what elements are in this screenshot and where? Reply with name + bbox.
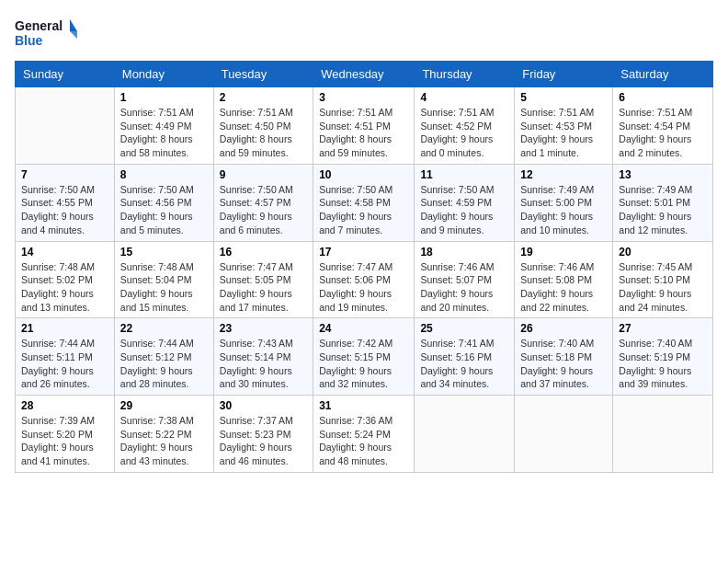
calendar-cell: 13Sunrise: 7:49 AMSunset: 5:01 PMDayligh… [613, 164, 713, 241]
day-number: 8 [120, 168, 208, 181]
day-number: 4 [420, 91, 508, 104]
weekday-header-tuesday: Tuesday [213, 62, 313, 87]
calendar-cell: 14Sunrise: 7:48 AMSunset: 5:02 PMDayligh… [16, 241, 115, 318]
cell-content: Sunrise: 7:40 AMSunset: 5:19 PMDaylight:… [619, 337, 707, 391]
calendar-cell: 3Sunrise: 7:51 AMSunset: 4:51 PMDaylight… [313, 87, 415, 165]
cell-content: Sunrise: 7:39 AMSunset: 5:20 PMDaylight:… [21, 414, 108, 468]
weekday-header-saturday: Saturday [613, 62, 713, 87]
svg-marker-2 [70, 19, 77, 31]
svg-text:General: General [15, 18, 63, 33]
cell-content: Sunrise: 7:51 AMSunset: 4:54 PMDaylight:… [619, 106, 707, 160]
logo-icon: General Blue [15, 15, 79, 52]
cell-content: Sunrise: 7:50 AMSunset: 4:56 PMDaylight:… [120, 183, 208, 237]
weekday-header-row: SundayMondayTuesdayWednesdayThursdayFrid… [16, 62, 713, 87]
weekday-header-friday: Friday [515, 62, 613, 87]
calendar-cell: 16Sunrise: 7:47 AMSunset: 5:05 PMDayligh… [213, 241, 313, 318]
calendar-cell: 22Sunrise: 7:44 AMSunset: 5:12 PMDayligh… [114, 318, 213, 396]
weekday-header-sunday: Sunday [16, 62, 115, 87]
calendar-cell: 4Sunrise: 7:51 AMSunset: 4:52 PMDaylight… [415, 87, 515, 165]
calendar-cell: 6Sunrise: 7:51 AMSunset: 4:54 PMDaylight… [613, 87, 713, 165]
cell-content: Sunrise: 7:50 AMSunset: 4:59 PMDaylight:… [420, 183, 508, 237]
day-number: 13 [619, 168, 707, 181]
day-number: 7 [21, 168, 108, 181]
cell-content: Sunrise: 7:51 AMSunset: 4:51 PMDaylight:… [319, 106, 408, 160]
cell-content: Sunrise: 7:43 AMSunset: 5:14 PMDaylight:… [220, 337, 307, 391]
cell-content: Sunrise: 7:51 AMSunset: 4:52 PMDaylight:… [420, 106, 508, 160]
cell-content: Sunrise: 7:37 AMSunset: 5:23 PMDaylight:… [220, 414, 307, 468]
calendar-cell [16, 87, 115, 165]
day-number: 12 [520, 168, 607, 181]
calendar-cell: 24Sunrise: 7:42 AMSunset: 5:15 PMDayligh… [313, 318, 415, 396]
day-number: 29 [120, 399, 208, 412]
calendar-cell: 25Sunrise: 7:41 AMSunset: 5:16 PMDayligh… [415, 318, 515, 396]
cell-content: Sunrise: 7:50 AMSunset: 4:58 PMDaylight:… [319, 183, 408, 237]
cell-content: Sunrise: 7:48 AMSunset: 5:04 PMDaylight:… [120, 260, 208, 315]
day-number: 22 [120, 322, 208, 335]
day-number: 23 [220, 322, 307, 335]
day-number: 3 [319, 91, 408, 104]
svg-text:Blue: Blue [15, 33, 43, 48]
svg-marker-3 [70, 31, 77, 39]
calendar-cell: 2Sunrise: 7:51 AMSunset: 4:50 PMDaylight… [213, 87, 313, 165]
week-row-1: 1Sunrise: 7:51 AMSunset: 4:49 PMDaylight… [16, 87, 713, 165]
day-number: 10 [319, 168, 408, 181]
cell-content: Sunrise: 7:36 AMSunset: 5:24 PMDaylight:… [319, 414, 408, 468]
calendar-cell: 12Sunrise: 7:49 AMSunset: 5:00 PMDayligh… [515, 164, 613, 241]
calendar-cell: 17Sunrise: 7:47 AMSunset: 5:06 PMDayligh… [313, 241, 415, 318]
calendar-cell: 26Sunrise: 7:40 AMSunset: 5:18 PMDayligh… [515, 318, 613, 396]
week-row-3: 14Sunrise: 7:48 AMSunset: 5:02 PMDayligh… [16, 241, 713, 318]
cell-content: Sunrise: 7:47 AMSunset: 5:06 PMDaylight:… [319, 260, 408, 315]
day-number: 1 [120, 91, 208, 104]
cell-content: Sunrise: 7:44 AMSunset: 5:11 PMDaylight:… [21, 337, 108, 391]
calendar-cell: 23Sunrise: 7:43 AMSunset: 5:14 PMDayligh… [213, 318, 313, 396]
cell-content: Sunrise: 7:46 AMSunset: 5:08 PMDaylight:… [520, 260, 607, 315]
cell-content: Sunrise: 7:51 AMSunset: 4:49 PMDaylight:… [120, 106, 208, 160]
cell-content: Sunrise: 7:41 AMSunset: 5:16 PMDaylight:… [420, 337, 508, 391]
calendar-cell: 15Sunrise: 7:48 AMSunset: 5:04 PMDayligh… [114, 241, 213, 318]
calendar-cell: 10Sunrise: 7:50 AMSunset: 4:58 PMDayligh… [313, 164, 415, 241]
calendar-cell: 21Sunrise: 7:44 AMSunset: 5:11 PMDayligh… [16, 318, 115, 396]
cell-content: Sunrise: 7:51 AMSunset: 4:50 PMDaylight:… [220, 106, 307, 160]
day-number: 5 [520, 91, 607, 104]
calendar-table: SundayMondayTuesdayWednesdayThursdayFrid… [15, 61, 713, 473]
calendar-cell: 28Sunrise: 7:39 AMSunset: 5:20 PMDayligh… [16, 396, 115, 473]
calendar-cell: 29Sunrise: 7:38 AMSunset: 5:22 PMDayligh… [114, 396, 213, 473]
day-number: 24 [319, 322, 408, 335]
day-number: 21 [21, 322, 108, 335]
calendar-cell: 11Sunrise: 7:50 AMSunset: 4:59 PMDayligh… [415, 164, 515, 241]
weekday-header-monday: Monday [114, 62, 213, 87]
cell-content: Sunrise: 7:40 AMSunset: 5:18 PMDaylight:… [520, 337, 607, 391]
calendar-cell: 8Sunrise: 7:50 AMSunset: 4:56 PMDaylight… [114, 164, 213, 241]
calendar-cell: 19Sunrise: 7:46 AMSunset: 5:08 PMDayligh… [515, 241, 613, 318]
calendar-cell [613, 396, 713, 473]
day-number: 17 [319, 246, 408, 259]
calendar-cell: 9Sunrise: 7:50 AMSunset: 4:57 PMDaylight… [213, 164, 313, 241]
day-number: 31 [319, 399, 408, 412]
calendar-cell [515, 396, 613, 473]
day-number: 15 [120, 246, 208, 259]
day-number: 30 [220, 399, 307, 412]
day-number: 9 [220, 168, 307, 181]
cell-content: Sunrise: 7:46 AMSunset: 5:07 PMDaylight:… [420, 260, 508, 315]
calendar-cell: 27Sunrise: 7:40 AMSunset: 5:19 PMDayligh… [613, 318, 713, 396]
weekday-header-wednesday: Wednesday [313, 62, 415, 87]
calendar-cell: 31Sunrise: 7:36 AMSunset: 5:24 PMDayligh… [313, 396, 415, 473]
calendar-cell [415, 396, 515, 473]
calendar-cell: 30Sunrise: 7:37 AMSunset: 5:23 PMDayligh… [213, 396, 313, 473]
day-number: 14 [21, 246, 108, 259]
calendar-cell: 18Sunrise: 7:46 AMSunset: 5:07 PMDayligh… [415, 241, 515, 318]
week-row-4: 21Sunrise: 7:44 AMSunset: 5:11 PMDayligh… [16, 318, 713, 396]
cell-content: Sunrise: 7:45 AMSunset: 5:10 PMDaylight:… [619, 260, 707, 315]
calendar-cell: 5Sunrise: 7:51 AMSunset: 4:53 PMDaylight… [515, 87, 613, 165]
day-number: 19 [520, 246, 607, 259]
week-row-5: 28Sunrise: 7:39 AMSunset: 5:20 PMDayligh… [16, 396, 713, 473]
day-number: 26 [520, 322, 607, 335]
day-number: 28 [21, 399, 108, 412]
day-number: 18 [420, 246, 508, 259]
calendar-cell: 1Sunrise: 7:51 AMSunset: 4:49 PMDaylight… [114, 87, 213, 165]
cell-content: Sunrise: 7:48 AMSunset: 5:02 PMDaylight:… [21, 260, 108, 315]
cell-content: Sunrise: 7:49 AMSunset: 5:00 PMDaylight:… [520, 183, 607, 237]
day-number: 25 [420, 322, 508, 335]
calendar-cell: 7Sunrise: 7:50 AMSunset: 4:55 PMDaylight… [16, 164, 115, 241]
cell-content: Sunrise: 7:50 AMSunset: 4:55 PMDaylight:… [21, 183, 108, 237]
